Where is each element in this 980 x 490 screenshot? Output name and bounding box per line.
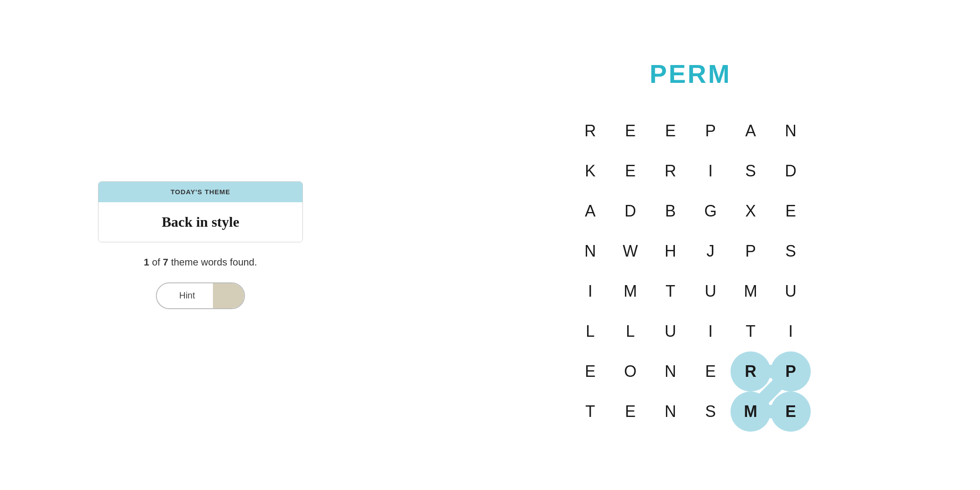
cell-7-3[interactable]: S [690,392,731,432]
cell-0-2[interactable]: E [650,111,690,151]
cell-1-0[interactable]: K [570,151,610,191]
cell-2-3[interactable]: G [690,191,731,231]
hint-button[interactable]: Hint [156,282,245,309]
cell-1-1[interactable]: E [610,151,650,191]
right-panel: PERM REEPANKERISDADBGXENWHJPSIMTUMULLUIT… [401,41,980,449]
left-panel: TODAY'S THEME Back in style 1 of 7 theme… [0,155,401,336]
cell-1-2[interactable]: R [650,151,690,191]
cell-2-5[interactable]: E [771,191,811,231]
cell-4-3[interactable]: U [690,271,731,311]
cell-6-3[interactable]: E [690,351,731,392]
cell-5-4[interactable]: T [731,311,771,351]
hint-toggle [213,282,244,309]
cell-0-4[interactable]: A [731,111,771,151]
hint-label: Hint [157,290,213,301]
cell-6-1[interactable]: O [610,351,650,392]
cell-0-1[interactable]: E [610,111,650,151]
progress-text: 1 of 7 theme words found. [144,257,257,268]
total-count: 7 [163,257,168,268]
cell-1-3[interactable]: I [690,151,731,191]
cell-5-3[interactable]: I [690,311,731,351]
main-container: TODAY'S THEME Back in style 1 of 7 theme… [0,0,980,490]
cell-5-1[interactable]: L [610,311,650,351]
cell-6-0[interactable]: E [570,351,610,392]
cell-0-3[interactable]: P [690,111,731,151]
cell-1-5[interactable]: D [771,151,811,191]
cell-7-4[interactable]: M [731,392,771,432]
cell-0-5[interactable]: N [771,111,811,151]
grid-wrapper: REEPANKERISDADBGXENWHJPSIMTUMULLUITIEONE… [570,111,811,432]
theme-card-body: Back in style [98,202,302,242]
cell-6-4[interactable]: R [731,351,771,392]
cell-7-1[interactable]: E [610,392,650,432]
cell-2-0[interactable]: A [570,191,610,231]
cell-2-2[interactable]: B [650,191,690,231]
cell-5-0[interactable]: L [570,311,610,351]
cell-2-4[interactable]: X [731,191,771,231]
progress-suffix: theme words found. [171,257,257,268]
cell-2-1[interactable]: D [610,191,650,231]
cell-4-2[interactable]: T [650,271,690,311]
cell-6-5[interactable]: P [771,351,811,392]
found-count: 1 [144,257,149,268]
cell-5-5[interactable]: I [771,311,811,351]
theme-card: TODAY'S THEME Back in style [98,181,303,242]
theme-card-header: TODAY'S THEME [98,182,302,202]
cell-5-2[interactable]: U [650,311,690,351]
cell-7-0[interactable]: T [570,392,610,432]
cell-4-0[interactable]: I [570,271,610,311]
cell-1-4[interactable]: S [731,151,771,191]
cell-3-1[interactable]: W [610,231,650,271]
cell-7-2[interactable]: N [650,392,690,432]
of-text: of [152,257,163,268]
game-title: PERM [649,59,731,89]
cell-3-3[interactable]: J [690,231,731,271]
cell-6-2[interactable]: N [650,351,690,392]
letter-grid: REEPANKERISDADBGXENWHJPSIMTUMULLUITIEONE… [570,111,811,432]
cell-3-0[interactable]: N [570,231,610,271]
cell-7-5[interactable]: E [771,392,811,432]
cell-3-2[interactable]: H [650,231,690,271]
cell-4-4[interactable]: M [731,271,771,311]
cell-4-1[interactable]: M [610,271,650,311]
theme-title: Back in style [162,214,239,230]
cell-0-0[interactable]: R [570,111,610,151]
cell-3-4[interactable]: P [731,231,771,271]
cell-4-5[interactable]: U [771,271,811,311]
cell-3-5[interactable]: S [771,231,811,271]
theme-label: TODAY'S THEME [171,188,230,196]
